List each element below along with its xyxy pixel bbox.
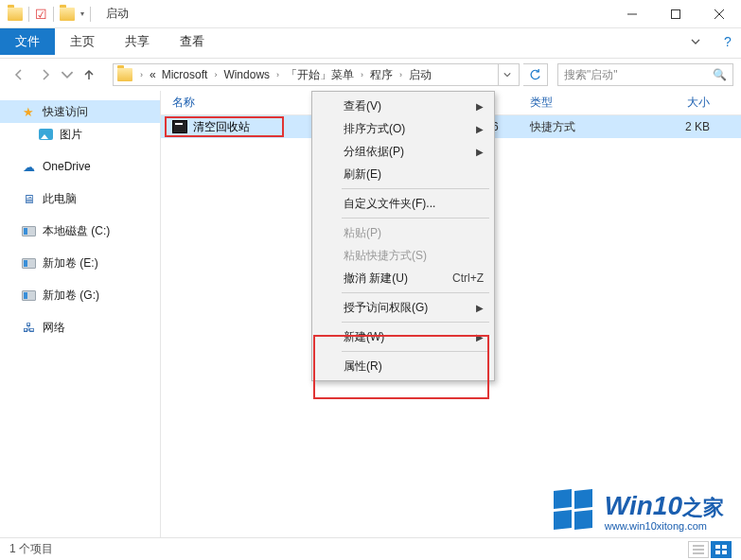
- sidebar-item-drive-e[interactable]: 新加卷 (E:): [0, 252, 160, 274]
- chevron-right-icon[interactable]: ›: [273, 70, 282, 79]
- minimize-button[interactable]: [610, 0, 654, 28]
- shortcut-icon: [172, 120, 187, 133]
- qat-dropdown-icon[interactable]: ▾: [80, 9, 84, 18]
- chevron-right-icon[interactable]: ›: [211, 70, 220, 79]
- pictures-icon: [38, 127, 53, 142]
- breadcrumb-seg[interactable]: 程序: [368, 67, 395, 83]
- file-list-area: 名称▴ 修改日期 类型 大小 清空回收站 2020/1/10 12:16 快捷方…: [161, 91, 741, 537]
- breadcrumb-seg[interactable]: 启动: [407, 67, 433, 83]
- window-controls: [610, 0, 741, 28]
- svg-rect-11: [722, 551, 727, 554]
- breadcrumb-seg[interactable]: Windows: [221, 68, 272, 81]
- context-menu: 查看(V)▶ 排序方式(O)▶ 分组依据(P)▶ 刷新(E) 自定义文件夹(F)…: [311, 91, 495, 381]
- svg-rect-9: [722, 545, 727, 549]
- tab-file[interactable]: 文件: [0, 28, 55, 55]
- menu-separator: [342, 188, 489, 189]
- chevron-right-icon[interactable]: ›: [358, 70, 366, 79]
- address-bar[interactable]: › « Microsoft › Windows › 「开始」菜单 › 程序 › …: [113, 63, 520, 86]
- view-icons-button[interactable]: [711, 541, 732, 558]
- tab-home[interactable]: 主页: [55, 28, 110, 55]
- chevron-right-icon[interactable]: ›: [137, 70, 146, 79]
- sidebar-item-label: OneDrive: [43, 160, 91, 173]
- menu-separator: [342, 218, 489, 219]
- navigation-pane: ★快速访问 图片 ☁OneDrive 🖥此电脑 本地磁盘 (C:) 新加卷 (E…: [0, 91, 161, 537]
- breadcrumb-seg[interactable]: 「开始」菜单: [284, 67, 356, 83]
- star-icon: ★: [21, 104, 36, 119]
- address-dropdown[interactable]: [498, 64, 515, 85]
- sidebar-item-onedrive[interactable]: ☁OneDrive: [0, 155, 160, 178]
- menu-separator: [342, 322, 489, 323]
- refresh-button[interactable]: [523, 63, 548, 86]
- menu-item-customize[interactable]: 自定义文件夹(F)...: [315, 192, 491, 215]
- menu-item-sort[interactable]: 排序方式(O)▶: [315, 117, 491, 140]
- sidebar-item-this-pc[interactable]: 🖥此电脑: [0, 187, 160, 210]
- folder-icon: [117, 68, 132, 81]
- breadcrumb-prefix[interactable]: «: [148, 68, 158, 81]
- tab-share[interactable]: 共享: [110, 28, 165, 55]
- sidebar-item-label: 网络: [43, 320, 65, 336]
- sidebar-item-pictures[interactable]: 图片: [0, 123, 160, 146]
- sidebar-item-drive-c[interactable]: 本地磁盘 (C:): [0, 219, 160, 242]
- sidebar-item-label: 此电脑: [43, 191, 77, 207]
- chevron-right-icon[interactable]: ›: [397, 70, 405, 79]
- sidebar-item-drive-g[interactable]: 新加卷 (G:): [0, 284, 160, 306]
- menu-item-new[interactable]: 新建(W)▶: [315, 325, 491, 348]
- sidebar-item-label: 图片: [60, 127, 82, 143]
- drive-icon: [21, 255, 36, 271]
- menu-item-paste-shortcut: 粘贴快捷方式(S): [315, 244, 491, 267]
- folder-icon: [60, 8, 75, 21]
- back-button[interactable]: [8, 63, 30, 86]
- chevron-right-icon: ▶: [476, 147, 484, 157]
- chevron-right-icon: ▶: [476, 303, 484, 313]
- network-icon: 🖧: [21, 320, 36, 335]
- status-bar: 1 个项目: [0, 537, 741, 560]
- window-title: 启动: [106, 6, 129, 22]
- close-button[interactable]: [697, 0, 741, 28]
- breadcrumb-seg[interactable]: Microsoft: [160, 68, 210, 81]
- up-button[interactable]: [78, 63, 100, 86]
- sidebar-item-label: 本地磁盘 (C:): [43, 223, 110, 239]
- ribbon-expand-button[interactable]: [677, 28, 715, 55]
- title-bar: ☑ ▾ 启动: [0, 0, 741, 28]
- menu-item-properties[interactable]: 属性(R): [315, 355, 491, 377]
- chevron-right-icon: ▶: [476, 332, 484, 342]
- drive-icon: [21, 288, 36, 303]
- forward-button[interactable]: [34, 63, 57, 86]
- menu-item-undo[interactable]: 撤消 新建(U)Ctrl+Z: [315, 267, 491, 289]
- svg-rect-8: [715, 545, 720, 549]
- sidebar-item-quick-access[interactable]: ★快速访问: [0, 100, 160, 123]
- titlebar-left: ☑ ▾ 启动: [0, 6, 129, 22]
- svg-rect-1: [672, 9, 680, 18]
- tab-view[interactable]: 查看: [165, 28, 220, 55]
- folder-icon: [8, 8, 23, 21]
- file-type-cell: 快捷方式: [530, 119, 644, 135]
- sidebar-item-label: 新加卷 (E:): [43, 255, 98, 271]
- menu-item-view[interactable]: 查看(V)▶: [315, 95, 491, 117]
- separator: [90, 7, 91, 22]
- view-details-button[interactable]: [688, 541, 709, 558]
- sidebar-item-network[interactable]: 🖧网络: [0, 316, 160, 339]
- sidebar-item-label: 快速访问: [43, 104, 88, 120]
- item-count: 1 个项目: [9, 541, 53, 557]
- maximize-button[interactable]: [654, 0, 697, 28]
- svg-rect-10: [715, 551, 720, 554]
- file-name: 清空回收站: [193, 119, 250, 135]
- menu-item-refresh[interactable]: 刷新(E): [315, 163, 491, 185]
- menu-item-paste: 粘贴(P): [315, 221, 491, 244]
- search-input[interactable]: 搜索"启动" 🔍: [557, 63, 733, 86]
- column-header-size[interactable]: 大小: [644, 95, 719, 111]
- sidebar-item-label: 新加卷 (G:): [43, 288, 99, 304]
- menu-separator: [342, 292, 489, 293]
- menu-item-group[interactable]: 分组依据(P)▶: [315, 140, 491, 163]
- recent-dropdown[interactable]: [61, 63, 74, 86]
- separator: [53, 7, 54, 22]
- ribbon-tabs: 文件 主页 共享 查看 ?: [0, 28, 741, 55]
- search-icon: 🔍: [713, 68, 727, 81]
- shortcut-label: Ctrl+Z: [452, 271, 484, 285]
- file-size-cell: 2 KB: [644, 120, 719, 133]
- view-switcher: [688, 541, 732, 558]
- column-header-type[interactable]: 类型: [530, 95, 644, 111]
- help-button[interactable]: ?: [715, 28, 741, 55]
- menu-item-grant-access[interactable]: 授予访问权限(G)▶: [315, 296, 491, 319]
- qat-check-icon[interactable]: ☑: [35, 7, 47, 22]
